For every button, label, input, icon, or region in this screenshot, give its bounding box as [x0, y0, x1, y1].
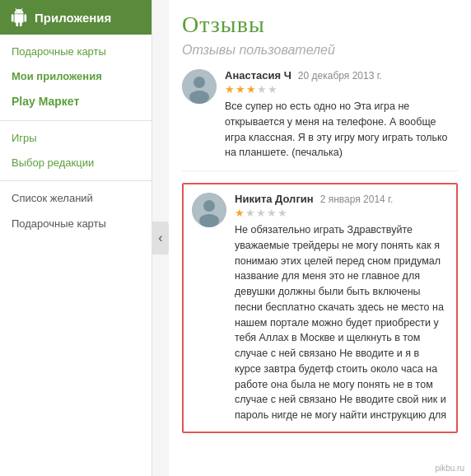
review-meta-2: Никита Долгин 2 января 2014 г. [235, 193, 448, 205]
sidebar-divider-2 [0, 180, 152, 181]
stars-1: ★ ★ ★ ★ ★ [225, 83, 458, 96]
review-date-2: 2 января 2014 г. [320, 194, 394, 205]
review-body-2: Никита Долгин 2 января 2014 г. ★ ★ ★ ★ ★… [235, 193, 448, 423]
sidebar-item-wishlist[interactable]: Список желаний [0, 186, 152, 211]
sidebar-nav: Подарочные карты Мои приложения Play Мар… [0, 35, 152, 241]
star-1-4: ★ [257, 83, 267, 96]
sidebar-header: Приложения [0, 0, 152, 35]
sidebar-title: Приложения [35, 11, 111, 25]
watermark: pikbu.ru [435, 464, 464, 473]
star-1-1: ★ [225, 83, 235, 96]
review-body-1: Анастасия Ч 20 декабря 2013 г. ★ ★ ★ ★ ★… [225, 69, 458, 161]
star-2-5: ★ [277, 207, 287, 219]
review-meta-1: Анастасия Ч 20 декабря 2013 г. [225, 69, 458, 82]
page-subtitle: Отзывы пользователей [182, 43, 458, 58]
sidebar-item-gift-cards[interactable]: Подарочные карты [0, 40, 152, 64]
android-icon [10, 8, 28, 26]
svg-point-2 [189, 91, 209, 104]
star-1-5: ★ [268, 83, 277, 96]
star-1-3: ★ [246, 83, 256, 96]
sidebar-divider-1 [0, 120, 152, 121]
star-2-2: ★ [245, 207, 255, 219]
avatar-2 [192, 193, 226, 227]
stars-2: ★ ★ ★ ★ ★ [235, 207, 448, 219]
sidebar-item-editors-choice[interactable]: Выбор редакции [0, 151, 152, 175]
svg-point-1 [194, 77, 205, 88]
reviewer-name-2: Никита Долгин [235, 193, 314, 205]
reviewer-name-1: Анастасия Ч [225, 69, 291, 82]
back-arrow-button[interactable]: ‹ [152, 222, 169, 254]
review-date-1: 20 декабря 2013 г. [298, 70, 382, 82]
sidebar-item-games[interactable]: Игры [0, 126, 152, 151]
sidebar: Приложения Подарочные карты Мои приложен… [0, 0, 152, 476]
svg-point-4 [203, 200, 215, 212]
star-2-4: ★ [267, 207, 277, 219]
star-1-2: ★ [236, 83, 245, 96]
page-title: Отзывы [182, 12, 458, 38]
sidebar-item-gift-cards2[interactable]: Подарочные карты [0, 212, 152, 236]
avatar-1 [182, 69, 217, 104]
star-2-1: ★ [235, 207, 245, 219]
review-card-1: Анастасия Ч 20 декабря 2013 г. ★ ★ ★ ★ ★… [182, 69, 458, 171]
review-text-1: Все супер но есть одно но Эта игра не от… [225, 99, 458, 161]
main-content: Отзывы Отзывы пользователей Анастасия Ч … [169, 0, 471, 476]
sidebar-item-my-apps[interactable]: Мои приложения [0, 64, 152, 89]
star-2-3: ★ [256, 207, 266, 219]
review-card-2: Никита Долгин 2 января 2014 г. ★ ★ ★ ★ ★… [182, 183, 458, 433]
svg-point-5 [199, 214, 219, 227]
sidebar-item-play-market[interactable]: Play Маркет [0, 89, 152, 115]
review-text-2: Не обязательно играть Здравствуйте уважа… [235, 222, 448, 423]
